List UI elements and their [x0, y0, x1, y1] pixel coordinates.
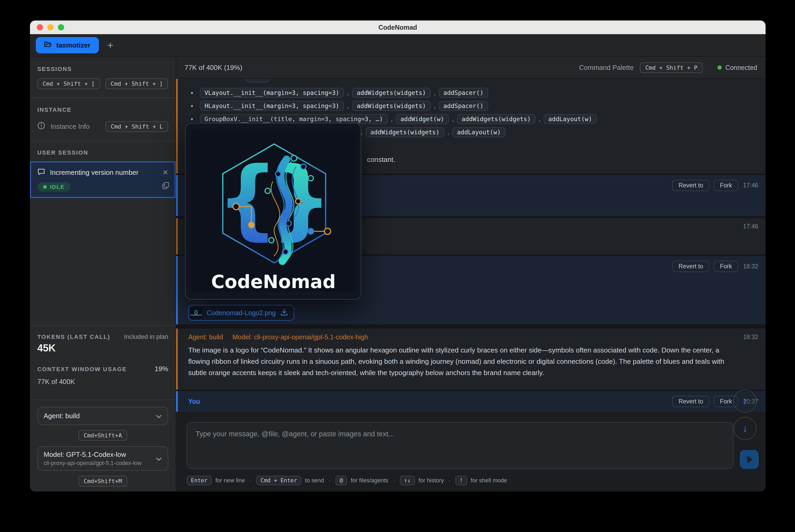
code-chip: addLayout(w)	[544, 114, 597, 124]
connected-dot	[717, 65, 722, 70]
model-select[interactable]: Model: GPT-5.1-Codex-low cli-proxy-api-o…	[37, 446, 168, 471]
attachment-chip[interactable]: {} CodeNomad Codenomad-Logo2.png	[188, 305, 294, 321]
user-session-heading: USER SESSION	[37, 149, 168, 156]
agent-shortcut: Cmd+Shift+A	[78, 430, 127, 441]
download-icon[interactable]	[281, 308, 288, 318]
instance-info-shortcut: Cmd + Shift + L	[106, 121, 168, 132]
sidebar: SESSIONS Cmd + Shift + [ Cmd + Shift + ]…	[30, 57, 176, 492]
assistant-message-description: Agent: build Model: cli-proxy-api-openai…	[176, 328, 765, 390]
tokens-value: 45K	[37, 342, 168, 354]
code-chip: addWidgets(widgets)	[457, 114, 535, 124]
visible-text-fragment: constant.	[367, 156, 395, 164]
user-message-you: You Revert to Fork 20:37	[176, 391, 765, 412]
attachment-name: Codenomad-Logo2.png	[207, 309, 276, 317]
arrow-down-icon: ↓	[743, 423, 748, 434]
bullet-row: •HLayout.__init__(margin=3, spacing=3),a…	[188, 99, 765, 113]
scroll-to-top-button[interactable]: ↑	[734, 390, 757, 413]
agent-label: Agent: build	[188, 333, 223, 341]
bullet-row: ,addWidgets(widgets),addLayout(w)	[358, 126, 765, 139]
code-chip: addWidgets(widgets)	[352, 88, 431, 98]
code-chip: VLayout.__init__(margin=3, spacing=3)	[200, 88, 344, 98]
keyboard-hints: Enterfor new line·Cmd + Enterto send·@fo…	[187, 476, 507, 485]
chevron-down-icon	[156, 454, 162, 463]
session-title: Incrementing version number	[50, 169, 158, 177]
hint-text: to send	[305, 477, 324, 484]
scroll-to-bottom-button[interactable]: ↓	[734, 417, 757, 440]
idle-dot	[43, 185, 47, 189]
context-heading: CONTEXT WINDOW USAGE	[37, 366, 127, 373]
fork-button[interactable]: Fork	[714, 261, 738, 272]
context-usage: 77K of 400K	[37, 378, 168, 386]
context-percent: 19%	[155, 365, 168, 373]
message-time: 18:32	[743, 263, 758, 270]
revert-to-button[interactable]: Revert to	[672, 180, 709, 191]
next-session-shortcut: Cmd + Shift + ]	[106, 78, 168, 89]
agent-select[interactable]: Agent: build	[37, 407, 168, 425]
svg-text:{: {	[217, 148, 279, 249]
new-tab-button[interactable]: +	[107, 40, 113, 51]
code-chip: addSpacer()	[439, 88, 488, 98]
prev-session-shortcut: Cmd + Shift + [	[37, 78, 100, 89]
model-select-sublabel: cli-proxy-api-openai/gpt-5.1-codex-low	[44, 460, 156, 467]
tab-tasmotizer[interactable]: tasmotizer	[36, 37, 99, 53]
bullet-row: •VLayout.__init__(margin=3, spacing=3),a…	[188, 86, 765, 99]
fork-button[interactable]: Fork	[714, 180, 738, 191]
model-label: Model: cli-proxy-api-openai/gpt-5.1-code…	[232, 333, 368, 341]
bullet-dot: •	[188, 89, 195, 97]
chevron-down-icon	[156, 411, 162, 421]
send-button[interactable]	[740, 450, 759, 469]
arrow-up-icon: ↑	[743, 396, 748, 407]
command-palette-label: Command Palette	[579, 63, 633, 72]
code-chip: GroupBoxV.__init__(title, margin=3, spac…	[200, 114, 388, 124]
hint-kbd: ↑↓	[400, 476, 415, 485]
sessions-heading: SESSIONS	[37, 66, 168, 73]
instance-heading: INSTANCE	[37, 107, 168, 113]
connection-status: Connected	[717, 64, 757, 72]
title-bar: CodeNomad	[30, 20, 765, 34]
code-chip: addWidgets(widgets)	[366, 127, 444, 137]
hint-kbd: @	[336, 476, 347, 485]
hint-text: for files/agents	[351, 477, 388, 484]
message-time: 17:46	[743, 223, 758, 230]
message-time: 18:32	[743, 334, 758, 341]
instance-info-row[interactable]: Instance Info Cmd + Shift + L	[37, 121, 168, 132]
hint-text: for history	[418, 477, 444, 484]
copy-session-icon[interactable]	[162, 182, 169, 192]
context-usage-header: 77K of 400K (19%)	[185, 63, 579, 72]
revert-to-button[interactable]: Revert to	[672, 261, 709, 272]
agent-select-label: Agent: build	[44, 412, 156, 420]
code-chip: addSpacer()	[439, 101, 488, 111]
hint-text: for shell mode	[471, 477, 507, 484]
codenomad-logo: { } CodeNomad	[186, 124, 361, 300]
status-badge: IDLE	[37, 182, 71, 192]
model-shortcut: Cmd+Shift+M	[78, 476, 127, 487]
folder-open-icon	[44, 41, 52, 50]
message-time: 17:46	[743, 182, 758, 189]
chat-header: 77K of 400K (19%) Command Palette Cmd + …	[176, 57, 765, 79]
logo-image-preview: { } CodeNomad	[185, 123, 361, 300]
info-icon	[37, 122, 45, 132]
session-card[interactable]: Incrementing version number ✕ IDLE	[30, 162, 176, 198]
model-select-label: Model: GPT-5.1-Codex-low	[44, 451, 156, 459]
composer: Enterfor new line·Cmd + Enterto send·@fo…	[176, 412, 765, 492]
revert-to-button[interactable]: Revert to	[672, 396, 709, 407]
message-input[interactable]	[187, 422, 734, 469]
tab-bar: tasmotizer +	[30, 34, 765, 57]
attachment-thumbnail: {} CodeNomad	[190, 307, 202, 319]
logo-wordmark: CodeNomad	[211, 271, 336, 292]
code-chip: addWidget(w)	[396, 114, 449, 124]
code-chip: addWidgets(widgets)	[352, 101, 431, 111]
tokens-heading: TOKENS (LAST CALL)	[37, 334, 110, 340]
chat-bubble-icon	[37, 168, 45, 177]
command-palette-shortcut: Cmd + Shift + P	[640, 62, 703, 73]
hint-kbd: !	[455, 476, 467, 485]
window-title: CodeNomad	[30, 24, 765, 31]
tokens-note: Included in plan	[124, 333, 168, 340]
tab-label: tasmotizer	[56, 41, 91, 50]
play-icon	[747, 456, 753, 463]
clipped-code-chip	[246, 79, 269, 82]
app-window: CodeNomad tasmotizer + SESSIONS Cmd + Sh…	[30, 20, 765, 492]
bullet-dot: •	[188, 115, 195, 123]
message-text: The image is a logo for “CodeNomad.” It …	[178, 341, 765, 379]
close-session-icon[interactable]: ✕	[163, 169, 168, 177]
